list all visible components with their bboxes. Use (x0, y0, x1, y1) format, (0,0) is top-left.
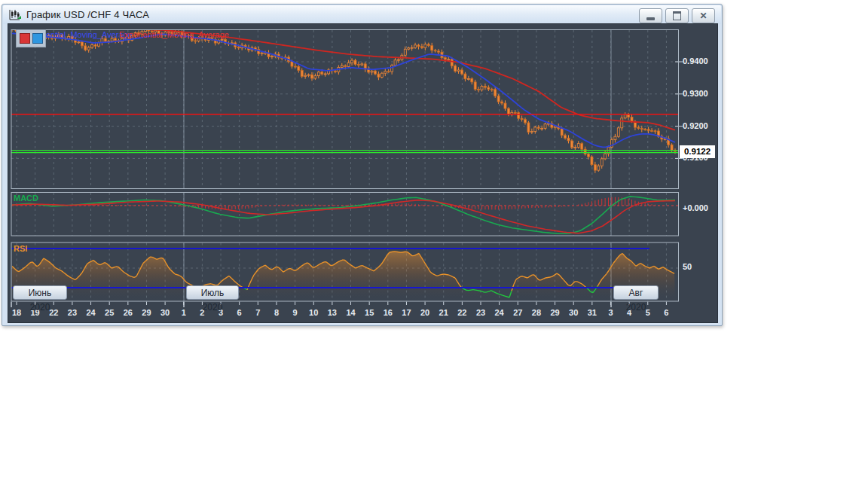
time-axis-label: 15 (359, 308, 379, 317)
price-axis-label: 0.9200 (683, 121, 708, 130)
desktop: { "window": { "title": "График USD /CHF … (0, 0, 868, 488)
time-axis-label: 21 (434, 308, 454, 317)
time-axis-label: 14 (341, 308, 361, 317)
time-axis-label: 23 (471, 308, 491, 317)
time-axis-label: 22 (452, 308, 472, 317)
time-axis-label: 27 (508, 308, 527, 317)
macd-signal-line (12, 200, 675, 233)
time-axis-label: 30 (564, 308, 583, 317)
blue-indicator-swatch-icon[interactable] (32, 33, 43, 44)
time-axis-label: 3 (601, 308, 620, 317)
time-axis-label: 17 (396, 308, 416, 317)
time-axis-label: 25 (99, 308, 119, 317)
time-axis-label: 7 (248, 308, 267, 317)
red-indicator-swatch-icon[interactable] (20, 33, 30, 44)
time-axis-label: 10 (304, 308, 323, 317)
time-axis-label: 6 (656, 308, 676, 317)
time-axis-label: 26 (118, 308, 138, 317)
macd-axis-value: +0.000 (683, 203, 708, 212)
time-axis-label: 16 (378, 308, 398, 317)
indicator-color-buttons[interactable] (16, 29, 46, 47)
time-axis-label: 31 (582, 308, 602, 317)
rsi-fill (12, 252, 675, 301)
month-marker: Июль 2020 (186, 285, 239, 300)
time-axis-label: 6 (230, 308, 249, 317)
time-axis-label: 18 (7, 308, 26, 317)
current-price-tag: 0.9122 (680, 145, 715, 158)
macd-line (12, 197, 675, 233)
moving-average-lines (12, 26, 675, 148)
candlestick-series (11, 26, 677, 173)
price-axis-label: 0.9300 (683, 89, 708, 98)
time-axis-label: 28 (527, 308, 546, 317)
time-axis-label: 24 (81, 308, 101, 317)
time-axis-label: 30 (155, 308, 175, 317)
time-axis-label: 20 (415, 308, 435, 317)
time-axis-label: 23 (63, 308, 82, 317)
time-axis-label: 24 (490, 308, 509, 317)
ma2-legend-label: Exponential_Moving_Average (119, 30, 229, 39)
chart-canvas[interactable] (0, 0, 868, 488)
ema-fast-line (12, 33, 675, 147)
time-axis-label: 9 (286, 308, 305, 317)
time-axis-label: 29 (136, 308, 156, 317)
time-axis-label: 29 (546, 308, 565, 317)
price-axis-label: 0.9400 (683, 56, 708, 66)
rsi-series (11, 249, 675, 301)
rsi-label: RSI (14, 244, 27, 253)
time-axis-label: 8 (267, 308, 286, 317)
macd-series (11, 197, 679, 233)
macd-label: MACD (14, 194, 38, 203)
month-marker: Июнь 2020 (13, 285, 67, 300)
time-axis-label: 1 (174, 308, 194, 317)
time-axis-label: 13 (322, 308, 342, 317)
month-marker: Авг 2020 (613, 285, 659, 300)
rsi-axis-value: 50 (683, 262, 692, 271)
